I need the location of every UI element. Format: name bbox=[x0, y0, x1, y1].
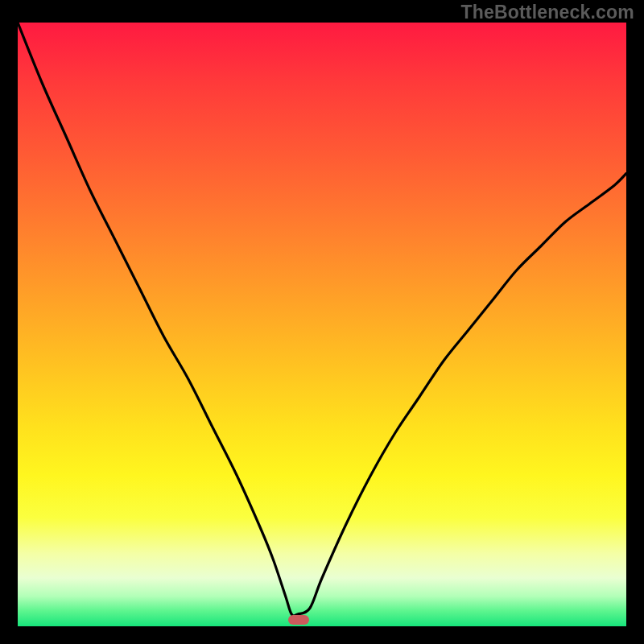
optimum-marker bbox=[288, 615, 309, 625]
chart-frame: TheBottleneck.com bbox=[0, 0, 644, 644]
bottleneck-curve bbox=[18, 23, 626, 616]
plot-area bbox=[18, 23, 626, 626]
watermark-text: TheBottleneck.com bbox=[460, 2, 634, 23]
curve-svg bbox=[18, 23, 626, 626]
